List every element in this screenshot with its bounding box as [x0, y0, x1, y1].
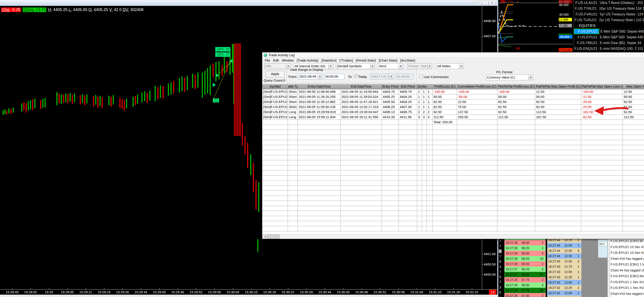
quote-row[interactable]: F.US.FVAU215yr US Treasury Notes (Gl124	[574, 12, 644, 17]
cell	[298, 120, 340, 125]
table-row[interactable]	[262, 181, 644, 186]
table-row[interactable]	[262, 130, 644, 135]
table-row[interactable]	[262, 160, 644, 165]
table-row[interactable]	[262, 216, 644, 221]
menu-edit[interactable]: Edit	[272, 59, 280, 62]
table-row[interactable]	[262, 150, 644, 155]
quote-row[interactable]: F.US.TUAU212yr US Treasury Note (Glc110 …	[574, 17, 644, 23]
from-date-combo[interactable]: 2021-08-05▼	[298, 74, 322, 79]
menu-trades[interactable]: [*Trades]	[338, 59, 354, 62]
table-row[interactable]	[262, 206, 644, 211]
table-row[interactable]	[262, 145, 644, 150]
fills-combo[interactable]: Fills▼	[264, 63, 291, 69]
cell	[457, 135, 497, 140]
time-tick-label: 15:30:10	[245, 290, 258, 294]
cell	[298, 186, 340, 190]
table-row[interactable]: Total: 250.00	[262, 120, 644, 125]
cell	[581, 125, 623, 130]
table-row[interactable]	[262, 165, 644, 170]
tal-titlebar[interactable]: Trade Activity Log	[262, 53, 644, 58]
ts-row: 16:27:4412.501	[547, 253, 582, 259]
table-row[interactable]	[262, 155, 644, 160]
menu-tradeactivity[interactable]: [Trade Activity]	[295, 59, 320, 62]
cell	[535, 130, 581, 135]
cell	[340, 145, 382, 150]
cell	[417, 201, 422, 206]
time-tick-label: 15:28:45	[6, 290, 18, 294]
table-row[interactable]: [Sim]F.US.EPU21Short2021-08-05 11:35:12.…	[262, 99, 644, 105]
apply-button[interactable]: Apply	[266, 71, 284, 77]
table-row[interactable]	[262, 196, 644, 201]
quote-row[interactable]: EQUITIES-	[574, 23, 644, 29]
cell: Short	[288, 105, 298, 109]
table-row[interactable]: [Sim]F.US.EPU21Long2021-08-05 15:29:59.6…	[262, 110, 644, 115]
cell	[422, 226, 427, 231]
from-time-input[interactable]: 00:00:00	[324, 74, 344, 79]
table-row[interactable]: [Sim]F.US.EPU21Long2021-08-05 15:59:11.9…	[262, 115, 644, 120]
menu-periodstats[interactable]: [Period Stats]	[354, 59, 377, 62]
period-combo[interactable]: Period - None▼	[407, 63, 432, 69]
tal-scrollbar-thumb[interactable]	[268, 235, 280, 239]
cell	[382, 226, 399, 231]
cell	[581, 216, 623, 221]
notes-combo[interactable]: All Notes▼	[436, 63, 464, 69]
table-row[interactable]: [Sim]F.US.EPU21Short2021-08-05 11:26:20.…	[262, 94, 644, 99]
account-combo[interactable]: Sim2▼	[378, 63, 403, 69]
cell	[262, 155, 288, 160]
table-row[interactable]	[262, 140, 644, 145]
menu-window[interactable]: Window	[280, 59, 295, 62]
chart-horizontal-scrollbar[interactable]	[0, 294, 497, 297]
scroll-left-icon[interactable]: ◄	[263, 235, 268, 239]
cell	[288, 140, 298, 145]
time-tick-label: 15:30:34	[318, 290, 331, 294]
use-commission-checkbox[interactable]	[420, 75, 423, 78]
table-row[interactable]	[262, 170, 644, 175]
cell	[535, 165, 581, 170]
quote-row[interactable]: F.US.ULAU21Ultra T-Bond (Globex): Se201	[574, 0, 644, 6]
table-row[interactable]	[262, 175, 644, 181]
today-checkbox[interactable]: ✓	[354, 74, 358, 78]
cell	[422, 211, 427, 216]
table-row[interactable]	[262, 191, 644, 196]
tal-horizontal-scrollbar[interactable]: ◄	[262, 234, 644, 239]
menu-chartstats[interactable]: [Chart Stats]	[377, 59, 399, 62]
menu-accstats[interactable]: [AccStats]	[399, 59, 417, 62]
table-row[interactable]	[262, 226, 644, 231]
table-row[interactable]	[262, 201, 644, 206]
dom-digit: 7	[499, 244, 501, 248]
menu-file[interactable]: File	[263, 59, 272, 62]
cell: 62.50	[535, 99, 581, 104]
to-date-combo[interactable]: 294177-01-07▼	[370, 74, 394, 79]
table-row[interactable]	[262, 125, 644, 130]
cell	[382, 135, 399, 140]
time-input[interactable]	[599, 242, 607, 246]
ts-row: 16:27:2808.002	[504, 261, 546, 266]
cell	[262, 216, 288, 221]
table-row[interactable]	[262, 186, 644, 191]
to-time-input[interactable]: 01:00:00	[396, 74, 413, 79]
time-tick-label: 15:31:04	[410, 290, 423, 294]
quote-row[interactable]: F.US.TYAU2110yr US Treasury Notes (G134 …	[574, 6, 644, 12]
pl-format-combo[interactable]: Currency Value (C)▼	[486, 75, 533, 80]
quote-row[interactable]: F.US.EPU21E-Mini S&P 500: Septemb440	[574, 34, 644, 40]
table-row[interactable]: [Sim]F.US.EPU21Short2021-08-05 11:55:50.…	[262, 105, 644, 110]
cell: Short	[288, 94, 298, 99]
ts-row: 16:27:4312.001	[547, 280, 582, 285]
menu-statistics[interactable]: [Statistics]	[320, 59, 338, 62]
cell	[432, 201, 457, 206]
table-row[interactable]	[262, 211, 644, 216]
table-row[interactable]: [Sim]F.US.EPU21Short2021-08-05 11:06:45.…	[262, 89, 644, 94]
ts-time: 16:27:43	[547, 275, 562, 279]
alert-log-line: F.US.EPU21 1 Sec #10 |	[610, 279, 644, 285]
cell	[288, 160, 298, 165]
symbols-combo[interactable]: [Sim]All Symbols▼	[336, 63, 375, 69]
cell	[623, 155, 644, 160]
quote-row[interactable]: F.US.EPU21E-Mini S&P 500: Septemb440	[574, 29, 644, 34]
ts-time: 16:27:42	[547, 291, 562, 295]
quote-row[interactable]: F.US.YMU21E-mini Dow ($5): Septem34	[574, 40, 644, 46]
table-row[interactable]	[262, 221, 644, 226]
cell	[497, 206, 535, 211]
tick-icon	[306, 288, 306, 289]
quote-row[interactable]: F.US.ENQU21E-mini NASDAQ-100: Sec151	[574, 46, 644, 52]
table-row[interactable]	[262, 135, 644, 140]
